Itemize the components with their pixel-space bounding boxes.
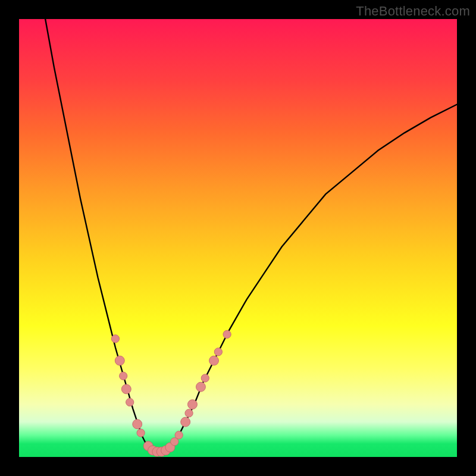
watermark-text: TheBottleneck.com bbox=[356, 4, 470, 19]
curve-dot bbox=[181, 417, 190, 427]
curve-dot bbox=[120, 372, 127, 380]
outer-frame: TheBottleneck.com bbox=[0, 0, 476, 476]
bottleneck-curve bbox=[45, 19, 457, 453]
curve-dot bbox=[121, 384, 131, 394]
curve-dot bbox=[175, 431, 183, 439]
curve-dot bbox=[201, 374, 209, 382]
curve-dot bbox=[196, 382, 205, 392]
curve-dot bbox=[185, 409, 193, 417]
curve-dot bbox=[137, 429, 145, 437]
curve-dot bbox=[188, 400, 198, 409]
curve-dot bbox=[126, 398, 134, 406]
curve-dot bbox=[133, 419, 142, 429]
curve-dots bbox=[111, 330, 231, 456]
curve-dot bbox=[223, 330, 231, 338]
plot-area bbox=[19, 19, 457, 457]
curve-svg bbox=[19, 19, 457, 457]
curve-dot bbox=[111, 335, 119, 343]
curve-dot bbox=[214, 348, 222, 356]
curve-dot bbox=[115, 356, 124, 365]
curve-dot bbox=[209, 356, 219, 365]
